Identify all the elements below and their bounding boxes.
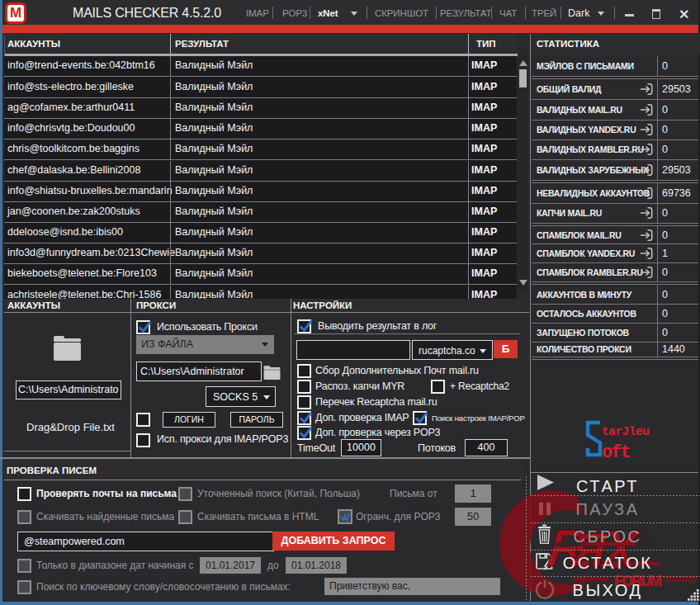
svg-text:tarJleu: tarJleu xyxy=(602,425,649,438)
svg-text:oft: oft xyxy=(602,442,630,460)
